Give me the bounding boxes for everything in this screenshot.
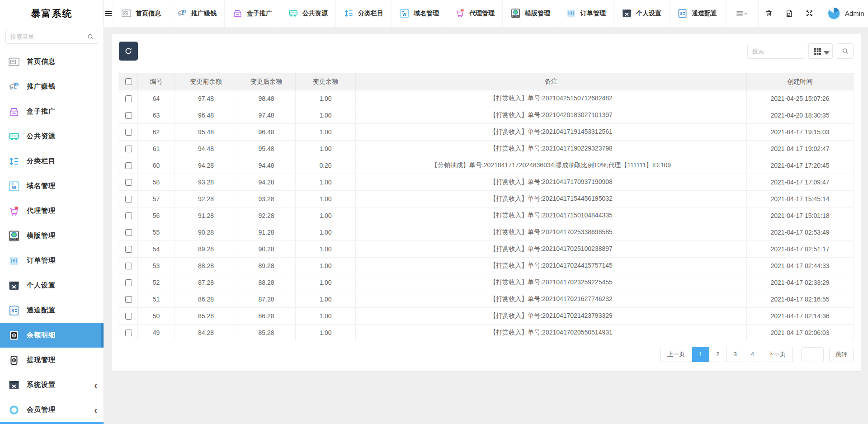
sidebar-scrollbar[interactable]	[0, 422, 104, 424]
page-jump-button[interactable]: 跳转	[829, 347, 854, 362]
sidebar-item-11[interactable]: $ 通道配置	[0, 298, 104, 323]
cell-created-time: 2021-04-17 15:01:18	[747, 207, 854, 224]
clear-cache-button[interactable]	[779, 0, 799, 27]
trash-button[interactable]	[759, 0, 779, 27]
bus-icon	[8, 131, 20, 142]
cell-created-time: 2021-04-17 02:16:55	[747, 291, 854, 308]
row-checkbox[interactable]	[125, 212, 132, 219]
page-button-4[interactable]: 4	[744, 347, 761, 362]
tab-10[interactable]: 个人设置	[613, 0, 669, 27]
row-checkbox[interactable]	[125, 112, 132, 119]
cell-balance-before: 92.28	[175, 191, 237, 207]
tab-6[interactable]: w 域名管理	[391, 0, 447, 27]
sort-icon	[8, 155, 20, 167]
table-search-input[interactable]	[747, 44, 804, 59]
row-checkbox[interactable]	[125, 179, 132, 186]
tab-2[interactable]: $ 推广赚钱	[169, 0, 224, 27]
cell-change-amount: 1.00	[296, 124, 356, 141]
table-row: 62 95.48 96.48 1.00 【打赏收入】单号:20210417191…	[119, 124, 854, 141]
tab-label: 分类栏目	[358, 9, 383, 18]
row-checkbox[interactable]	[125, 162, 132, 169]
cell-remark: 【分销抽成】单号:20210417172024836034;提成抽取比例10%;…	[356, 157, 747, 174]
sidebar-item-label: 域名管理	[27, 182, 56, 190]
topbar-right: Admin	[725, 0, 868, 27]
row-checkbox[interactable]	[125, 313, 132, 320]
sidebar-item-4[interactable]: 公共资源	[0, 124, 104, 149]
row-checkbox[interactable]	[125, 129, 132, 136]
user-menu[interactable]: Admin	[820, 0, 868, 27]
prev-page-button[interactable]: 上一页	[660, 347, 692, 362]
cell-id: 51	[138, 291, 175, 308]
cell-id: 57	[138, 191, 175, 207]
sidebar: 暴富系统 首页信息 $ 推广赚钱 盒子推广 公共资源 分类栏目 w 域名管理 代…	[0, 0, 104, 424]
sidebar-item-label: 通道配置	[27, 306, 56, 315]
table-search-button[interactable]	[837, 43, 854, 59]
main-content: 编号变更前余额变更后余额变更余额备注创建时间 64 97.48 98.48 1.…	[104, 28, 868, 424]
sidebar-item-label: 订单管理	[27, 256, 56, 265]
tab-5[interactable]: 分类栏目	[335, 0, 391, 27]
tab-8[interactable]: HTML 模版管理	[502, 0, 558, 27]
row-select-cell	[119, 141, 138, 157]
tab-3[interactable]: 盒子推广	[224, 0, 280, 27]
tab-list-dropdown[interactable]	[725, 0, 759, 27]
page-button-3[interactable]: 3	[727, 347, 744, 362]
tab-9[interactable]: 订单管理	[558, 0, 613, 27]
select-all-checkbox[interactable]	[125, 78, 132, 85]
cell-id: 61	[138, 141, 175, 157]
cell-change-amount: 1.00	[296, 224, 356, 241]
sidebar-item-3[interactable]: 盒子推广	[0, 99, 104, 124]
cart-icon	[455, 8, 465, 19]
sidebar-item-12[interactable]: $ 余额明细	[0, 323, 104, 348]
menu-toggle-button[interactable]	[104, 0, 113, 27]
page-jump-input[interactable]	[801, 347, 824, 362]
cell-remark: 【打赏收入】单号:20210417191453312561	[356, 124, 747, 141]
next-page-button[interactable]: 下一页	[761, 347, 793, 362]
row-select-cell	[119, 107, 138, 124]
row-checkbox[interactable]	[125, 229, 132, 236]
row-checkbox[interactable]	[125, 246, 132, 253]
cell-change-amount: 1.00	[296, 207, 356, 224]
sidebar-item-2[interactable]: $ 推广赚钱	[0, 74, 104, 99]
sidebar-item-10[interactable]: 个人设置	[0, 273, 104, 298]
sidebar-item-9[interactable]: 订单管理	[0, 248, 104, 273]
table-row: 57 92.28 93.28 1.00 【打赏收入】单号:20210417154…	[119, 191, 854, 207]
cell-change-amount: 1.00	[296, 241, 356, 258]
row-checkbox[interactable]	[125, 296, 132, 303]
row-checkbox[interactable]	[125, 196, 132, 203]
sidebar-item-label: 盒子推广	[27, 107, 56, 116]
sidebar-item-7[interactable]: 代理管理	[0, 198, 104, 223]
table-row: 63 96.48 97.48 1.00 【打赏收入】单号:20210420183…	[119, 107, 854, 124]
sort-icon	[344, 8, 354, 19]
fullscreen-button[interactable]	[799, 0, 820, 27]
row-select-cell	[119, 207, 138, 224]
cell-id: 58	[138, 174, 175, 191]
sidebar-item-6[interactable]: w 域名管理	[0, 174, 104, 198]
sidebar-item-5[interactable]: 分类栏目	[0, 149, 104, 174]
row-checkbox[interactable]	[125, 146, 132, 152]
refresh-button[interactable]	[119, 42, 138, 61]
row-checkbox[interactable]	[125, 330, 132, 336]
page-button-1[interactable]: 1	[692, 347, 709, 362]
tab-7[interactable]: 代理管理	[447, 0, 502, 27]
page-button-2[interactable]: 2	[709, 347, 726, 362]
sidebar-item-8[interactable]: HTML 模版管理	[0, 223, 104, 248]
sidebar-item-13[interactable]: $ 提现管理	[0, 348, 104, 372]
columns-toggle-button[interactable]	[808, 43, 833, 59]
tab-1[interactable]: 首页信息	[113, 0, 169, 27]
tab-11[interactable]: $ 通道配置	[669, 0, 725, 27]
row-select-cell	[119, 308, 138, 325]
sidebar-item-1[interactable]: 首页信息	[0, 49, 104, 74]
cell-change-amount: 1.00	[296, 90, 356, 107]
tab-4[interactable]: 公共资源	[280, 0, 335, 27]
sidebar-search-input[interactable]	[5, 30, 98, 44]
cell-created-time: 2021-04-17 02:44:33	[747, 258, 854, 274]
wallet-icon: $	[8, 330, 20, 341]
row-checkbox[interactable]	[125, 263, 132, 269]
row-checkbox[interactable]	[125, 95, 132, 102]
order-icon	[566, 8, 576, 19]
row-checkbox[interactable]	[125, 279, 132, 286]
sidebar-item-14[interactable]: 系统设置 ‹	[0, 372, 104, 397]
row-select-cell	[119, 258, 138, 274]
sidebar-item-15[interactable]: 会员管理 ‹	[0, 397, 104, 422]
table-row: 61 94.48 95.48 1.00 【打赏收入】单号:20210417190…	[119, 141, 854, 157]
